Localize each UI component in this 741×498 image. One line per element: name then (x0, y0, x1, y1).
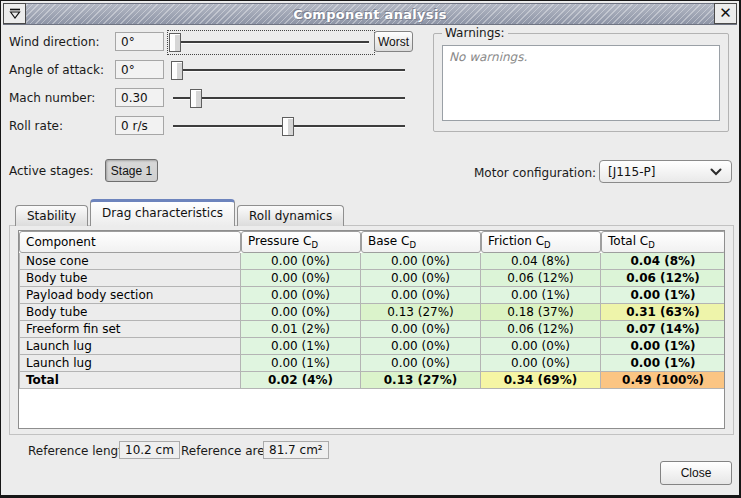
cd-value-cell: 0.06 (12%) (481, 321, 601, 338)
slider-thumb[interactable] (171, 61, 183, 80)
condition-slider[interactable] (169, 116, 409, 137)
motor-configuration-label: Motor configuration: (474, 166, 596, 180)
condition-label: Wind direction: (9, 35, 100, 49)
table-row: Total0.02 (4%)0.13 (27%)0.34 (69%)0.49 (… (19, 372, 725, 389)
component-analysis-dialog: Component analysis ✕ Wind direction:0°An… (0, 0, 741, 498)
table-row: Freeform fin set0.01 (2%)0.00 (0%)0.06 (… (19, 321, 725, 338)
component-cell: Payload body section (19, 287, 241, 304)
condition-slider[interactable] (169, 60, 409, 81)
cd-value-cell: 0.49 (100%) (601, 372, 725, 389)
condition-value-field[interactable]: 0 r/s (115, 116, 164, 135)
reference-area-label: Reference area: (181, 444, 276, 458)
slider-track (173, 41, 369, 43)
chevron-down-icon (701, 168, 731, 176)
cd-value-cell: 0.00 (0%) (241, 253, 361, 270)
cd-value-cell: 0.00 (0%) (361, 338, 481, 355)
motor-configuration-value: [J115-P] (600, 165, 701, 179)
cd-value-cell: 0.00 (1%) (241, 355, 361, 372)
cd-value-cell: 0.00 (0%) (241, 287, 361, 304)
cd-value-cell: 0.01 (2%) (241, 321, 361, 338)
table-row: Payload body section0.00 (0%)0.00 (0%)0.… (19, 287, 725, 304)
cd-value-cell: 0.04 (8%) (601, 253, 725, 270)
reference-length-value: 10.2 cm (119, 441, 180, 459)
component-cell: Total (19, 372, 241, 389)
analysis-tabbar: StabilityDrag characteristicsRoll dynami… (15, 199, 346, 226)
cd-value-cell: 0.00 (0%) (361, 321, 481, 338)
table-row: Body tube0.00 (0%)0.13 (27%)0.18 (37%)0.… (19, 304, 725, 321)
condition-slider[interactable] (169, 32, 373, 53)
condition-value-field[interactable]: 0° (115, 60, 164, 79)
component-cell: Nose cone (19, 253, 241, 270)
tab-drag-characteristics[interactable]: Drag characteristics (90, 199, 235, 226)
column-header[interactable]: Component (19, 231, 241, 253)
cd-value-cell: 0.00 (0%) (241, 304, 361, 321)
slider-track (173, 97, 405, 99)
condition-label: Angle of attack: (9, 63, 104, 77)
cd-value-cell: 0.06 (12%) (481, 270, 601, 287)
cd-value-cell: 0.34 (69%) (481, 372, 601, 389)
cd-value-cell: 0.00 (1%) (481, 287, 601, 304)
condition-value-field[interactable]: 0° (115, 32, 164, 51)
worst-button[interactable]: Worst (374, 31, 413, 52)
cd-value-cell: 0.06 (12%) (601, 270, 725, 287)
component-cell: Freeform fin set (19, 321, 241, 338)
cd-value-cell: 0.04 (8%) (481, 253, 601, 270)
condition-label: Mach number: (9, 91, 95, 105)
condition-label: Roll rate: (9, 119, 63, 133)
column-header[interactable]: Friction CD (481, 231, 601, 253)
component-cell: Launch lug (19, 338, 241, 355)
warnings-group: Warnings: No warnings. (433, 33, 729, 132)
cd-value-cell: 0.07 (14%) (601, 321, 725, 338)
cd-value-cell: 0.00 (1%) (241, 338, 361, 355)
window-menu-icon (8, 8, 22, 20)
tab-roll-dynamics[interactable]: Roll dynamics (237, 205, 344, 226)
table-row: Launch lug0.00 (1%)0.00 (0%)0.00 (0%)0.0… (19, 338, 725, 355)
stage-1-toggle[interactable]: Stage 1 (105, 159, 158, 182)
column-header[interactable]: Base CD (361, 231, 481, 253)
window-title: Component analysis (293, 7, 446, 22)
column-header[interactable]: Pressure CD (241, 231, 361, 253)
slider-thumb[interactable] (282, 117, 294, 136)
drag-table-scrollpane[interactable]: ComponentPressure CDBase CDFriction CDTo… (18, 230, 725, 429)
motor-configuration-select[interactable]: [J115-P] (599, 160, 732, 183)
slider-thumb[interactable] (190, 89, 202, 108)
cd-value-cell: 0.00 (0%) (481, 338, 601, 355)
warnings-list: No warnings. (442, 45, 720, 121)
slider-track (173, 69, 405, 71)
close-icon: ✕ (719, 6, 732, 21)
cd-value-cell: 0.13 (27%) (361, 304, 481, 321)
cd-value-cell: 0.31 (63%) (601, 304, 725, 321)
cd-value-cell: 0.00 (0%) (361, 355, 481, 372)
table-row: Launch lug0.00 (1%)0.00 (0%)0.00 (0%)0.0… (19, 355, 725, 372)
cd-value-cell: 0.00 (0%) (481, 355, 601, 372)
cd-value-cell: 0.00 (1%) (601, 355, 725, 372)
condition-value-field[interactable]: 0.30 (115, 88, 164, 107)
cd-value-cell: 0.00 (0%) (361, 270, 481, 287)
component-cell: Body tube (19, 270, 241, 287)
component-cell: Body tube (19, 304, 241, 321)
window-menu-button[interactable] (3, 3, 26, 24)
cd-value-cell: 0.18 (37%) (481, 304, 601, 321)
cd-value-cell: 0.00 (0%) (241, 270, 361, 287)
warnings-label: Warnings: (442, 26, 508, 40)
cd-value-cell: 0.00 (1%) (601, 287, 725, 304)
cd-value-cell: 0.13 (27%) (361, 372, 481, 389)
tab-stability[interactable]: Stability (15, 205, 88, 226)
cd-value-cell: 0.02 (4%) (241, 372, 361, 389)
component-cell: Launch lug (19, 355, 241, 372)
condition-slider[interactable] (169, 88, 409, 109)
window-close-button[interactable]: ✕ (714, 3, 737, 24)
active-stages-label: Active stages: (9, 164, 94, 178)
table-row: Body tube0.00 (0%)0.00 (0%)0.06 (12%)0.0… (19, 270, 725, 287)
slider-thumb[interactable] (169, 33, 181, 52)
cd-value-cell: 0.00 (0%) (361, 287, 481, 304)
titlebar[interactable]: Component analysis (3, 3, 737, 25)
table-row: Nose cone0.00 (0%)0.00 (0%)0.04 (8%)0.04… (19, 253, 725, 270)
cd-value-cell: 0.00 (0%) (361, 253, 481, 270)
cd-value-cell: 0.00 (1%) (601, 338, 725, 355)
close-button[interactable]: Close (660, 461, 732, 485)
column-header[interactable]: Total CD (601, 231, 725, 253)
drag-characteristics-table: ComponentPressure CDBase CDFriction CDTo… (19, 231, 725, 389)
reference-area-value: 81.7 cm² (263, 441, 329, 459)
